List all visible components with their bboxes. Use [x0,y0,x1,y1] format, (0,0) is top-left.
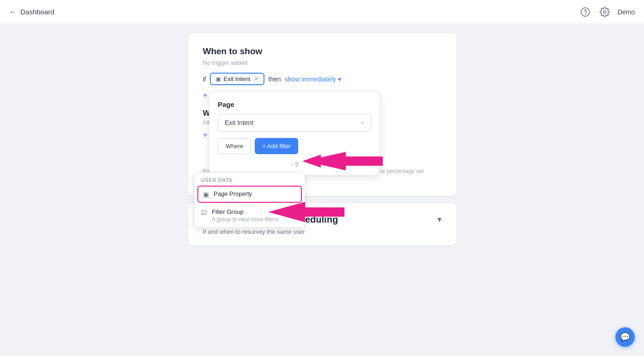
filter-group-icon: ☑ [201,209,207,216]
svg-point-1 [585,14,585,14]
chat-bubble-icon: 💬 [620,332,630,342]
chip-close-icon[interactable]: ✕ [254,75,259,82]
add-filter-plus[interactable]: + [203,131,208,140]
chat-bubble-button[interactable]: 💬 [615,327,635,347]
dashboard-link[interactable]: Dashboard [20,8,54,16]
where-button[interactable]: Where [218,138,251,154]
show-immediately-chevron: ▾ [338,75,341,83]
show-immediately-dropdown[interactable]: show immediately ▾ [285,75,341,83]
page-property-menu-item[interactable]: ▣ Page Property [197,186,302,203]
exit-intent-chip[interactable]: ▣ Exit Intent ✕ [210,73,265,85]
svg-point-2 [603,11,606,13]
filter-group-desc: A group to nest more filters [212,216,298,223]
show-immediately-label: show immediately [285,75,336,83]
chip-page-icon: ▣ [215,75,221,82]
back-to-dashboard[interactable]: ← Dashboard [9,8,54,16]
user-data-section-label: USER DATA [195,173,305,186]
back-arrow-icon: ← [9,8,17,16]
user-menu[interactable]: Demo [618,8,635,16]
page-dropdown-title: Page [218,100,371,108]
help-icon[interactable] [579,6,592,19]
svg-point-0 [581,7,589,16]
chip-label: Exit Intent [224,75,251,82]
card-title: When to show [203,46,442,56]
add-condition-button[interactable]: + [203,91,208,100]
page-property-text: Page Property [214,190,296,197]
add-filter-button[interactable]: + Add filter [255,138,298,154]
then-label: then [268,75,281,83]
page-property-icon: ▣ [203,191,209,198]
freq-chevron-icon[interactable]: ▾ [437,214,442,225]
page-dropdown: Page Exit Intent Where + Add filter ...g [209,92,380,175]
top-navigation: ← Dashboard Demo [0,0,644,24]
dropdown-footer: ...g [218,160,371,167]
page-property-title: Page Property [214,190,296,197]
if-then-row: if ▣ Exit Intent ✕ then show immediately… [203,73,442,85]
no-trigger-label: No trigger added [203,59,442,66]
filter-group-menu-item[interactable]: ☑ Filter Group A group to nest more filt… [195,204,305,227]
filter-group-text: Filter Group A group to nest more filter… [212,208,298,223]
filter-group-title: Filter Group [212,208,298,215]
page-select[interactable]: Exit Intent [218,114,371,131]
settings-icon[interactable] [598,6,611,19]
nav-actions: Demo [579,6,635,19]
freq-subtitle: If and when to resurvey the same user [203,228,442,235]
user-data-menu: USER DATA ▣ Page Property ☑ Filter Group… [194,172,305,228]
if-label: if [203,75,206,83]
filter-row: Where + Add filter [218,138,371,154]
